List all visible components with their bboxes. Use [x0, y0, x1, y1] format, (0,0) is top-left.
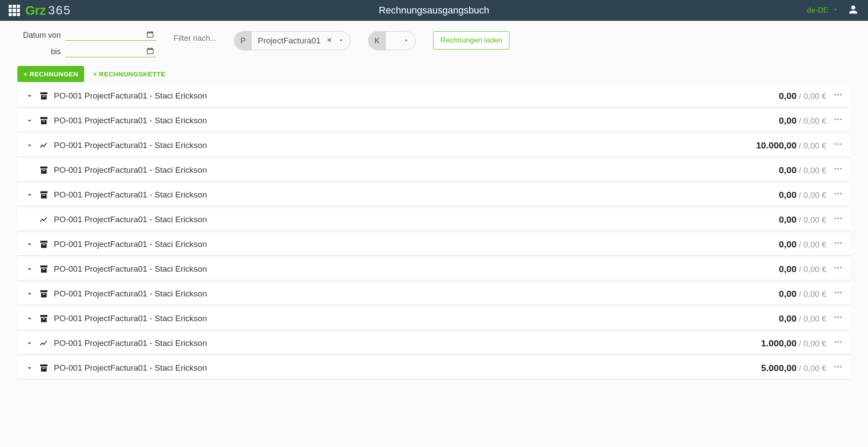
expand-toggle[interactable] — [22, 364, 37, 372]
invoice-row[interactable]: PO-001 ProjectFactura01 - Staci Erickson… — [17, 332, 851, 354]
row-right: 0,00 / 0,00 € — [779, 288, 843, 299]
svg-point-23 — [840, 267, 842, 269]
expand-toggle[interactable] — [22, 141, 37, 150]
svg-point-11 — [840, 168, 842, 170]
row-right: 0,00 / 0,00 € — [779, 312, 843, 324]
expand-toggle[interactable] — [22, 240, 37, 249]
invoice-row[interactable]: PO-001 ProjectFactura01 - Staci Erickson… — [17, 208, 851, 230]
action-bar: + RECHNUNGEN + RECHNUNGSKETTE — [0, 62, 868, 82]
row-more-menu[interactable] — [833, 362, 843, 374]
archive-icon — [37, 264, 50, 274]
svg-point-31 — [837, 341, 839, 343]
expand-toggle[interactable] — [22, 314, 37, 323]
chip-prefix-p: P — [234, 32, 252, 50]
svg-point-0 — [835, 94, 836, 95]
row-more-menu[interactable] — [833, 164, 843, 176]
archive-icon — [37, 314, 50, 323]
invoice-row[interactable]: PO-001 ProjectFactura01 - Staci Erickson… — [17, 159, 851, 181]
row-more-menu[interactable] — [833, 337, 843, 349]
row-more-menu[interactable] — [833, 263, 843, 275]
row-more-menu[interactable] — [833, 139, 843, 151]
invoice-row[interactable]: PO-001 ProjectFactura01 - Staci Erickson… — [17, 184, 851, 206]
filter-label: Filter nach... — [174, 30, 217, 43]
row-right: 0,00 / 0,00 € — [779, 115, 843, 126]
date-to-input[interactable] — [65, 46, 156, 57]
expand-toggle[interactable] — [22, 191, 37, 199]
invoice-row[interactable]: PO-001 ProjectFactura01 - Staci Erickson… — [17, 307, 851, 329]
date-from-input[interactable] — [65, 30, 156, 41]
svg-point-5 — [840, 118, 842, 120]
invoice-row[interactable]: PO-001 ProjectFactura01 - Staci Erickson… — [17, 233, 851, 255]
svg-point-28 — [837, 316, 839, 318]
archive-icon — [37, 165, 50, 175]
invoice-row[interactable]: PO-001 ProjectFactura01 - Staci Erickson… — [17, 258, 851, 280]
row-label: PO-001 ProjectFactura01 - Staci Erickson — [54, 339, 207, 348]
svg-point-26 — [840, 292, 842, 293]
svg-point-22 — [837, 267, 839, 269]
page-title: Rechnungsausgangsbuch — [379, 5, 489, 16]
row-right: 0,00 / 0,00 € — [779, 90, 843, 102]
load-invoices-button[interactable]: Rechnungen laden — [433, 31, 510, 49]
trend-icon — [37, 215, 50, 224]
svg-point-33 — [835, 366, 836, 368]
svg-point-19 — [837, 242, 839, 244]
invoice-row[interactable]: PO-001 ProjectFactura01 - Staci Erickson… — [17, 134, 851, 156]
row-more-menu[interactable] — [833, 214, 843, 225]
row-amount: 1.000,00 / 0,00 € — [761, 338, 826, 348]
add-invoice-chain-button[interactable]: + RECHNUNGSKETTE — [93, 70, 165, 78]
svg-point-1 — [837, 94, 839, 95]
calendar-icon — [146, 47, 155, 56]
invoice-row[interactable]: PO-001 ProjectFactura01 - Staci Erickson… — [17, 85, 851, 107]
topbar: Grz 365 Rechnungsausgangsbuch de-DE — [0, 0, 868, 21]
svg-point-16 — [837, 217, 839, 219]
invoice-row[interactable]: PO-001 ProjectFactura01 - Staci Erickson… — [17, 109, 851, 131]
svg-point-8 — [840, 143, 842, 145]
svg-point-18 — [835, 242, 836, 244]
row-right: 0,00 / 0,00 € — [779, 263, 843, 275]
svg-point-6 — [835, 143, 836, 145]
svg-point-3 — [835, 118, 836, 120]
row-label: PO-001 ProjectFactura01 - Staci Erickson — [54, 91, 207, 101]
filter-chip-project[interactable]: P ProjectFactura01 — [234, 31, 351, 50]
chevron-down-icon[interactable] — [403, 36, 409, 46]
svg-point-10 — [837, 168, 839, 170]
expand-toggle[interactable] — [22, 116, 37, 125]
row-more-menu[interactable] — [833, 189, 843, 200]
row-amount: 10.000,00 / 0,00 € — [756, 140, 826, 151]
language-select[interactable]: de-DE — [807, 6, 838, 15]
chevron-down-icon[interactable] — [338, 36, 344, 46]
row-amount: 5.000,00 / 0,00 € — [761, 363, 826, 373]
svg-point-12 — [835, 193, 836, 194]
row-more-menu[interactable] — [833, 288, 843, 299]
filter-chip-k[interactable]: K — [368, 31, 416, 50]
row-amount: 0,00 / 0,00 € — [779, 190, 826, 200]
invoice-row[interactable]: PO-001 ProjectFactura01 - Staci Erickson… — [17, 357, 851, 379]
row-more-menu[interactable] — [833, 238, 843, 250]
filter-bar: Datum von bis Filter nach... P ProjectFa… — [0, 21, 868, 62]
logo[interactable]: Grz 365 — [25, 3, 71, 18]
svg-point-21 — [835, 267, 836, 269]
archive-icon — [37, 240, 50, 249]
close-icon[interactable] — [326, 36, 333, 46]
app-launcher-icon[interactable] — [9, 5, 20, 16]
row-more-menu[interactable] — [833, 115, 843, 126]
language-value: de-DE — [807, 6, 828, 15]
logo-365: 365 — [48, 3, 71, 17]
row-right: 5.000,00 / 0,00 € — [761, 362, 843, 374]
calendar-icon — [146, 30, 155, 39]
archive-icon — [37, 116, 50, 125]
expand-toggle[interactable] — [22, 265, 37, 273]
row-more-menu[interactable] — [833, 312, 843, 324]
svg-point-17 — [840, 217, 842, 219]
expand-toggle[interactable] — [22, 339, 37, 348]
expand-toggle[interactable] — [22, 289, 37, 298]
user-menu[interactable] — [847, 3, 859, 18]
row-amount: 0,00 / 0,00 € — [779, 165, 826, 175]
invoice-row[interactable]: PO-001 ProjectFactura01 - Staci Erickson… — [17, 283, 851, 305]
expand-toggle[interactable] — [22, 92, 37, 100]
row-right: 10.000,00 / 0,00 € — [756, 139, 843, 151]
svg-point-32 — [840, 341, 842, 343]
row-more-menu[interactable] — [833, 90, 843, 102]
add-invoice-button[interactable]: + RECHNUNGEN — [17, 66, 84, 82]
svg-point-34 — [837, 366, 839, 368]
